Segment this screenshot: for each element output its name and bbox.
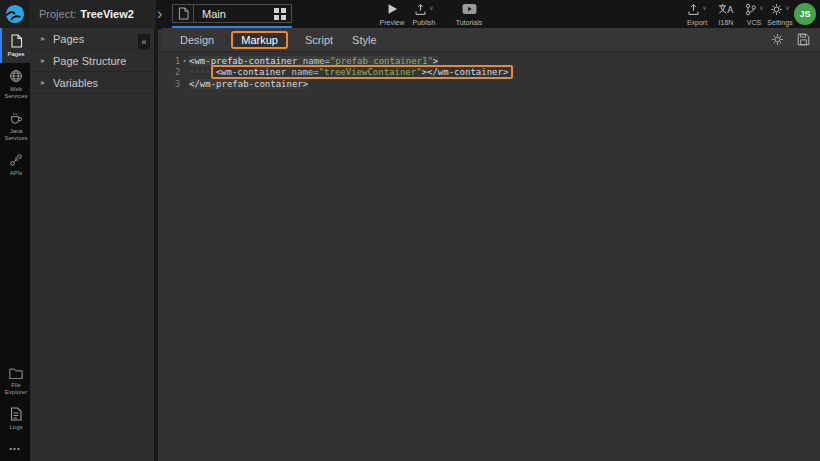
publish-chevron-icon: ∨: [429, 3, 433, 13]
rail-item-label: Pages: [7, 51, 24, 58]
sidebar-section-label: Page Structure: [53, 55, 126, 67]
tab-script[interactable]: Script: [303, 32, 335, 48]
line-number: 1: [162, 56, 180, 66]
publish-button[interactable]: ∨ Publish: [406, 3, 442, 26]
sidebar-section-pages[interactable]: ▸ Pages: [30, 28, 154, 50]
rail-item-pages[interactable]: Pages: [0, 28, 30, 63]
tab-style[interactable]: Style: [350, 32, 378, 48]
rail-spacer: [0, 182, 30, 361]
section-expand-arrow-icon: ▸: [41, 34, 45, 43]
rail-item-label: APIs: [10, 170, 23, 177]
project-name: TreeView2: [80, 8, 134, 20]
pages-icon: [10, 34, 23, 48]
sidebar-section-page-structure[interactable]: ▸ Page Structure: [30, 50, 154, 72]
preview-play-icon: [386, 3, 398, 16]
breadcrumb-chevron-icon: ›: [157, 2, 162, 26]
i18n-language-icon: A: [718, 3, 734, 16]
export-chevron-icon: ∨: [702, 3, 706, 13]
line-number: 2: [162, 67, 180, 77]
sidebar-section-variables[interactable]: ▸ Variables: [30, 72, 154, 94]
code-segment: <wm-prefab-container name="prefab_contai…: [189, 56, 438, 66]
token-str: "treeViewContainer": [319, 67, 422, 77]
tutorials-video-icon: [462, 3, 477, 16]
project-breadcrumb: Project: TreeView2: [30, 0, 156, 28]
rail-item-label: Web Services: [2, 86, 30, 100]
rail-item-apis[interactable]: APIs: [0, 147, 30, 182]
editor-tab-actions: [771, 33, 820, 46]
settings-label: Settings: [767, 19, 792, 26]
tab-markup[interactable]: Markup: [231, 31, 288, 49]
more-dots-icon: •••: [9, 444, 20, 453]
api-nodes-icon: [9, 153, 23, 167]
tab-design[interactable]: Design: [178, 32, 216, 48]
sidebar-section-label: Pages: [53, 33, 84, 45]
preview-button[interactable]: Preview: [376, 3, 408, 26]
rail-item-file-explorer[interactable]: File Explorer: [0, 361, 30, 401]
sidebar-collapse-button[interactable]: «: [138, 34, 150, 49]
wavemaker-studio: Project: TreeView2 › Main: [0, 0, 820, 461]
vcs-label: VCS: [747, 19, 761, 26]
folder-icon: [9, 367, 23, 379]
preview-label: Preview: [380, 19, 405, 26]
editor-settings-gear-icon[interactable]: [771, 33, 784, 46]
code-fold-arrow-icon[interactable]: ▾: [180, 57, 189, 64]
token-attr: name=: [297, 56, 330, 66]
section-expand-arrow-icon: ▸: [41, 56, 45, 65]
vcs-branch-icon: [744, 3, 757, 16]
code-area[interactable]: 1▾<wm-prefab-container name="prefab_cont…: [162, 52, 820, 90]
tutorials-label: Tutorials: [456, 19, 483, 26]
rail-item-label: File Explorer: [2, 382, 30, 396]
logs-document-icon: [10, 407, 22, 421]
section-expand-arrow-icon: ▸: [41, 78, 45, 87]
highlighted-code-segment: <wm-container name="treeViewContainer"><…: [211, 65, 514, 79]
svg-text:A: A: [727, 5, 733, 15]
open-page-tab-main[interactable]: Main: [172, 4, 292, 23]
open-page-tab-label: Main: [194, 8, 269, 20]
rail-item-label: Logs: [9, 424, 22, 431]
save-icon[interactable]: [797, 33, 810, 46]
settings-button[interactable]: ∨ Settings: [764, 3, 796, 26]
coffee-cup-icon: [9, 111, 23, 125]
user-avatar[interactable]: JS: [794, 3, 816, 25]
page-switcher-grid-icon[interactable]: [269, 8, 291, 20]
i18n-button[interactable]: A I18N: [712, 3, 740, 26]
page-file-icon: [173, 5, 194, 22]
project-label: Project:: [39, 8, 76, 20]
rail-item-logs[interactable]: Logs: [0, 401, 30, 436]
settings-gear-icon: [770, 3, 783, 16]
line-number: 3: [162, 79, 180, 89]
rail-item-label: Java Services: [2, 128, 30, 142]
token-tag: >: [433, 56, 438, 66]
token-str: "prefab_container1": [330, 56, 433, 66]
i18n-label: I18N: [719, 19, 734, 26]
code-line[interactable]: 2····<wm-container name="treeViewContain…: [162, 67, 820, 79]
top-bar: Project: TreeView2 › Main: [0, 0, 820, 29]
editor-tab-bar: Design Markup Script Style: [162, 28, 820, 52]
export-label: Export: [687, 19, 707, 26]
wavemaker-logo-icon: [5, 4, 25, 24]
rail-item-web-services[interactable]: Web Services: [0, 63, 30, 105]
token-tag: <wm-prefab-container: [189, 56, 297, 66]
publish-upload-icon: [414, 3, 427, 16]
left-icon-rail: Pages Web Services Java Services: [0, 28, 30, 461]
token-tag: </wm-prefab-container>: [189, 79, 308, 89]
export-upload-icon: [687, 3, 700, 16]
tutorials-button[interactable]: Tutorials: [450, 3, 488, 26]
code-segment: </wm-prefab-container>: [189, 79, 308, 89]
export-button[interactable]: ∨ Export: [680, 3, 714, 26]
token-tag: ></wm-container>: [422, 67, 509, 77]
whitespace-dots: ····: [189, 67, 211, 77]
sidebar-section-label: Variables: [53, 77, 98, 89]
globe-icon: [9, 69, 23, 83]
publish-label: Publish: [413, 19, 436, 26]
token-attr: name=: [286, 67, 319, 77]
rail-item-java-services[interactable]: Java Services: [0, 105, 30, 147]
editor-panel: Design Markup Script Style: [162, 28, 820, 461]
pages-sidebar-panel: ▸ Pages ▸ Page Structure ▸ Variables «: [30, 28, 158, 461]
settings-chevron-icon: ∨: [785, 3, 789, 13]
rail-more-button[interactable]: •••: [0, 436, 30, 461]
token-tag: <wm-container: [216, 67, 286, 77]
wavemaker-logo[interactable]: [0, 0, 30, 28]
code-line[interactable]: 3</wm-prefab-container>: [162, 78, 820, 90]
